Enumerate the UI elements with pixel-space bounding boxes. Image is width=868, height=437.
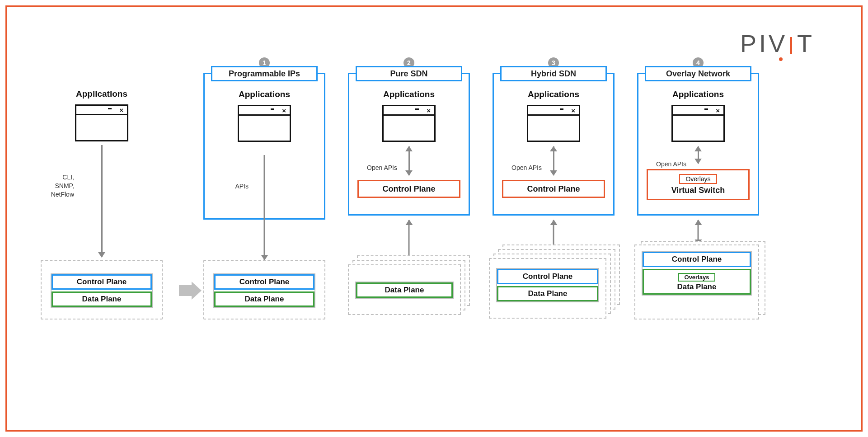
protocol-label: CLI, SNMP, NetFlow — [29, 173, 74, 199]
applications-title: Applications — [41, 86, 163, 99]
application-window-icon: × — [75, 104, 128, 141]
sdn-tab-label: Hybrid SDN — [500, 66, 607, 81]
api-label: Open APIs — [359, 164, 397, 172]
plane-wrap: Control Plane Overlays Data Plane — [642, 251, 752, 296]
application-window-icon: × — [671, 105, 725, 142]
sdn-tab-label: Pure SDN — [356, 66, 462, 81]
device-box: Control Plane Overlays Data Plane — [634, 244, 759, 320]
device-box: Control Plane Data Plane — [203, 260, 325, 320]
logo-letter: V — [769, 29, 788, 57]
sdn-frame: Pure SDN Applications × Open APIs Contro… — [348, 73, 470, 216]
logo-letter: P — [740, 29, 759, 57]
device-box: Data Plane — [348, 264, 461, 315]
hybrid-sdn-column: 3 Hybrid SDN Applications × Open APIs Co… — [493, 66, 615, 383]
programmable-ips-column: 1 Programmable IPs Applications × APIs C… — [203, 66, 325, 383]
api-label: Open APIs — [504, 164, 542, 172]
sdn-frame: Hybrid SDN Applications × Open APIs Cont… — [493, 73, 615, 216]
plane-wrap: Data Plane — [355, 282, 454, 299]
virtual-switch-box: Overlays Virtual Switch — [647, 169, 750, 200]
api-label: Open APIs — [648, 160, 686, 169]
data-plane-box: Data Plane — [214, 291, 314, 307]
control-plane-box: Control Plane — [643, 252, 751, 267]
pure-sdn-column: 2 Pure SDN Applications × Open APIs Cont… — [348, 66, 470, 383]
arrow-double-icon — [698, 146, 699, 164]
logo-dot-icon — [779, 57, 783, 61]
logo-letter: I — [759, 29, 769, 57]
control-plane-orange-box: Control Plane — [357, 180, 460, 198]
window-minimize-icon — [560, 108, 563, 110]
data-plane-box: Data Plane — [497, 286, 598, 301]
sdn-tab-label: Overlay Network — [645, 66, 751, 81]
data-plane-box: Overlays Data Plane — [643, 269, 751, 295]
control-plane-box: Control Plane — [52, 274, 152, 290]
window-close-icon: × — [716, 107, 720, 114]
device-box: Control Plane Data Plane — [489, 258, 606, 319]
logo-letter: T — [797, 29, 815, 57]
device-box: Control Plane Data Plane — [41, 260, 163, 320]
application-window-icon: × — [527, 105, 580, 142]
legacy-column: Applications × CLI, SNMP, NetFlow Contro… — [41, 66, 163, 383]
window-close-icon: × — [119, 107, 123, 113]
window-minimize-icon — [415, 108, 419, 110]
window-close-icon: × — [282, 107, 286, 114]
arrow-double-icon — [553, 146, 554, 175]
plane-wrap: Control Plane Data Plane — [213, 273, 315, 308]
device-stack: Control Plane Overlays Data Plane — [634, 241, 765, 321]
logo-letter-accent: I — [788, 31, 797, 59]
arrow-down-icon — [101, 145, 103, 257]
diagram-stage: Applications × CLI, SNMP, NetFlow Contro… — [41, 66, 827, 383]
overlays-tag: Overlays — [679, 174, 717, 184]
window-minimize-icon — [704, 108, 708, 110]
arrow-double-icon — [408, 146, 410, 175]
pivit-logo: P I V I T — [740, 29, 818, 57]
device-stack: Data Plane — [348, 255, 470, 319]
overlay-network-column: 4 Overlay Network Applications × Open AP… — [637, 66, 759, 383]
application-window-icon: × — [238, 105, 291, 142]
window-close-icon: × — [571, 107, 575, 114]
data-plane-box: Data Plane — [52, 291, 152, 307]
transition-arrow-icon — [179, 282, 202, 300]
arrow-down-icon — [264, 155, 265, 260]
control-plane-box: Control Plane — [214, 274, 314, 290]
sdn-tab-label: Programmable IPs — [211, 66, 318, 81]
data-plane-box: Data Plane — [356, 282, 453, 298]
data-plane-label: Data Plane — [677, 282, 717, 291]
virtual-switch-label: Virtual Switch — [671, 186, 725, 195]
window-close-icon: × — [427, 107, 431, 114]
control-plane-box: Control Plane — [497, 269, 598, 284]
overlays-tag: Overlays — [678, 273, 716, 282]
device-stack: Control Plane Data Plane — [489, 244, 620, 321]
application-window-icon: × — [382, 105, 436, 142]
window-minimize-icon — [271, 108, 274, 110]
api-label: APIs — [222, 182, 249, 191]
plane-wrap: Control Plane Data Plane — [496, 268, 599, 302]
sdn-frame: Overlay Network Applications × Open APIs… — [637, 73, 759, 216]
window-minimize-icon — [108, 108, 112, 109]
control-plane-orange-box: Control Plane — [502, 180, 605, 198]
plane-wrap: Control Plane Data Plane — [51, 273, 153, 308]
